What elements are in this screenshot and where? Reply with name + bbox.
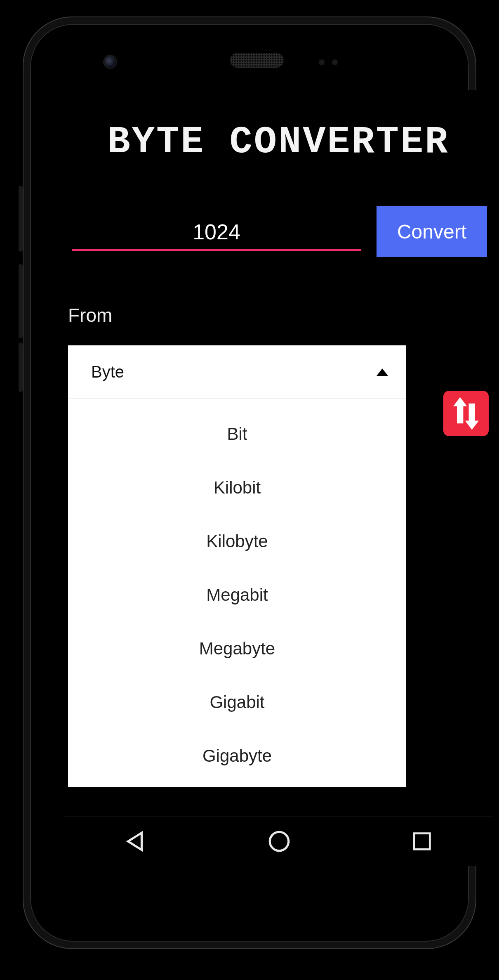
dropdown-item[interactable]: Megabyte [68, 622, 406, 675]
nav-home-button[interactable] [266, 829, 292, 854]
sensor-cluster [319, 59, 344, 66]
svg-rect-0 [457, 404, 463, 423]
android-navbar [64, 816, 493, 866]
input-row: Convert [64, 214, 493, 264]
dropdown-item[interactable]: Kilobit [68, 461, 406, 515]
volume-down-button[interactable] [19, 342, 23, 392]
dropdown-list: Bit Kilobit Kilobyte Megabit Megabyte Gi… [68, 399, 406, 787]
dropdown-selected-label: Byte [91, 363, 124, 381]
stage: BYTE CONVERTER Convert From Byte [0, 0, 499, 980]
dropdown-item[interactable]: Gigabit [68, 675, 406, 729]
svg-marker-4 [128, 833, 141, 850]
convert-button[interactable]: Convert [377, 206, 487, 257]
dropdown-item[interactable]: Kilobyte [68, 515, 406, 568]
svg-rect-2 [469, 404, 475, 423]
from-label: From [68, 304, 493, 326]
dropdown-item[interactable]: Gigabyte [68, 729, 406, 783]
nav-recent-button[interactable] [410, 829, 434, 853]
dropdown-selected[interactable]: Byte [68, 345, 406, 399]
arrow-up-icon [377, 368, 388, 376]
app-content: BYTE CONVERTER Convert From Byte [64, 90, 493, 816]
svg-marker-3 [465, 421, 479, 430]
svg-rect-6 [414, 834, 430, 850]
swap-vertical-icon [443, 391, 489, 436]
dropdown-item[interactable]: Megabit [68, 568, 406, 622]
app-title: BYTE CONVERTER [64, 90, 493, 164]
from-dropdown[interactable]: Byte Bit Kilobit Kilobyte Megabit Megaby… [68, 345, 406, 787]
power-button[interactable] [19, 186, 23, 252]
phone-inner: BYTE CONVERTER Convert From Byte [30, 24, 469, 942]
swap-button[interactable] [443, 391, 489, 436]
svg-marker-1 [453, 397, 467, 406]
volume-up-button[interactable] [19, 264, 23, 338]
screen: BYTE CONVERTER Convert From Byte [64, 90, 493, 866]
earpiece-speaker [230, 53, 284, 68]
dropdown-item[interactable]: Bit [68, 407, 406, 461]
front-camera [104, 56, 116, 68]
phone-frame: BYTE CONVERTER Convert From Byte [23, 17, 476, 949]
svg-point-5 [270, 832, 288, 850]
value-input[interactable] [72, 214, 361, 251]
nav-back-button[interactable] [123, 829, 148, 854]
